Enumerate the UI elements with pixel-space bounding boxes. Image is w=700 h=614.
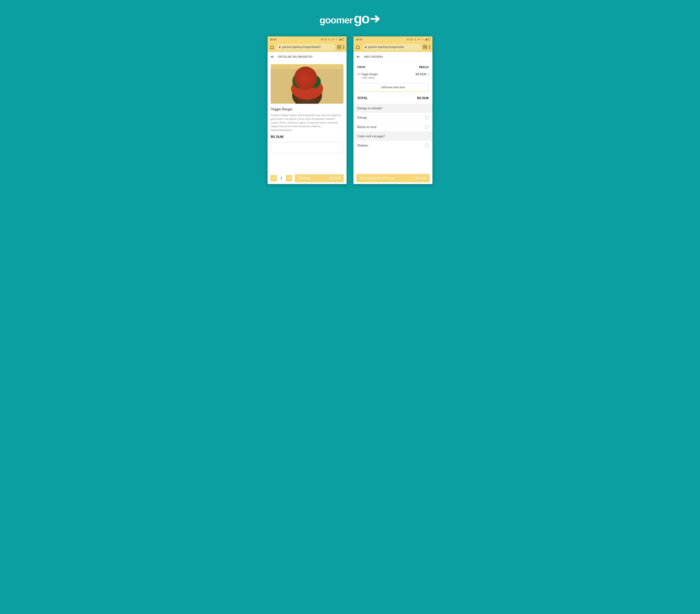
add-to-order-button[interactable]: Adicionar R$ 29,00 xyxy=(295,174,344,182)
svg-rect-17 xyxy=(429,40,430,40)
order-item-line: 1× Veggie Burger xyxy=(357,73,378,76)
phone-product-detail: 08:42 4G goomer.app/bug-burger/detail/2 … xyxy=(267,36,347,184)
notes-input[interactable] xyxy=(271,142,343,153)
browser-chrome: goomer.app/bug-burger/order 41 xyxy=(353,42,433,52)
tab-count[interactable]: 41 xyxy=(423,45,427,49)
address-bar[interactable]: goomer.app/bug-burger/detail/2 xyxy=(276,44,335,50)
status-time: 08:42 xyxy=(356,38,362,41)
signal-icon xyxy=(425,38,427,40)
back-icon[interactable] xyxy=(357,55,360,59)
total-value: R$ 29,00 xyxy=(417,96,429,100)
total-row: TOTAL R$ 29,00 xyxy=(353,95,433,104)
send-price: R$ 29,00 xyxy=(416,176,426,180)
order-bottom-bar: Enviar pedido pelo WhatsApp R$ 29,00 xyxy=(353,172,433,184)
svg-rect-1 xyxy=(322,38,323,40)
status-bar: 08:42 4G xyxy=(353,36,433,42)
app-header: MEU PEDIDO xyxy=(353,52,433,62)
phone-order: 08:42 4G goomer.app/bug-burger/order 41 xyxy=(353,36,433,184)
product-description: Autêntico Burger Vegano. Pão de gergelim… xyxy=(271,113,343,132)
qty-value: 1 xyxy=(279,176,283,180)
product-image xyxy=(271,64,343,104)
add-label: Adicionar xyxy=(298,176,310,180)
total-label: TOTAL xyxy=(357,96,368,100)
order-item: 1× Veggie Burger - Sem cebola R$ 29,00 xyxy=(353,72,433,82)
svg-rect-8 xyxy=(343,40,344,40)
order-item-menu-icon[interactable] xyxy=(428,73,429,76)
wifi-icon xyxy=(417,38,421,40)
signal-icon xyxy=(339,38,341,40)
battery-icon xyxy=(428,38,430,41)
battery-icon xyxy=(342,38,344,41)
browser-menu-icon[interactable] xyxy=(429,45,430,49)
status-icons: 4G xyxy=(321,38,344,41)
network-label: 4G xyxy=(422,38,424,40)
product-price: R$ 29,00 xyxy=(271,135,343,139)
add-price: R$ 29,00 xyxy=(329,176,341,180)
page-title: MEU PEDIDO xyxy=(364,55,383,59)
status-time: 08:42 xyxy=(270,38,276,41)
url-text: goomer.app/bug-burger/order xyxy=(368,46,404,49)
svg-rect-10 xyxy=(407,38,409,40)
option-delivery-label: Entrega xyxy=(357,116,367,119)
send-label: Enviar pedido pelo WhatsApp xyxy=(360,176,395,180)
order-item-modifier: - Sem cebola xyxy=(357,76,378,79)
tab-count[interactable]: 41 xyxy=(337,45,341,49)
back-icon[interactable] xyxy=(271,55,274,59)
product-name: Veggie Burger xyxy=(271,107,343,111)
add-more-items-button[interactable]: Adicionar mais itens xyxy=(357,83,429,91)
logo-word-2: go xyxy=(354,11,369,26)
qty-plus-button[interactable]: + xyxy=(286,175,292,181)
status-bar: 08:42 4G xyxy=(267,36,347,42)
delivery-section-header: Entrega ou retirada? xyxy=(353,104,433,113)
lock-icon xyxy=(278,46,281,48)
option-pickup-label: Retirar no local xyxy=(357,125,376,129)
page-title: DETALHE DO PRODUTO xyxy=(278,55,312,59)
svg-rect-16 xyxy=(429,38,429,38)
radio-icon xyxy=(425,143,429,147)
svg-rect-18 xyxy=(365,47,366,48)
option-cash[interactable]: Dinheiro xyxy=(353,141,433,150)
app-header: DETALHE DO PRODUTO xyxy=(267,52,347,62)
browser-chrome: goomer.app/bug-burger/detail/2 41 xyxy=(267,42,347,52)
order-item-price: R$ 29,00 xyxy=(416,73,426,76)
network-label: 4G xyxy=(336,38,338,40)
home-icon[interactable] xyxy=(356,45,360,49)
home-icon[interactable] xyxy=(270,45,274,49)
order-content: ITENS PREÇO 1× Veggie Burger - Sem cebol… xyxy=(353,62,433,172)
option-cash-label: Dinheiro xyxy=(357,144,368,147)
product-content: Veggie Burger Autêntico Burger Vegano. P… xyxy=(267,62,347,172)
wifi-icon xyxy=(332,38,335,40)
vibrate-icon xyxy=(321,38,323,41)
browser-menu-icon[interactable] xyxy=(343,45,344,49)
qty-minus-button[interactable]: − xyxy=(270,175,277,181)
vibrate-icon xyxy=(407,38,409,41)
send-whatsapp-button[interactable]: Enviar pedido pelo WhatsApp R$ 29,00 xyxy=(356,174,430,182)
col-price: PREÇO xyxy=(419,66,429,69)
option-delivery[interactable]: Entrega xyxy=(353,113,433,122)
product-bottom-bar: − 1 + Adicionar R$ 29,00 xyxy=(267,172,347,184)
option-pickup[interactable]: Retirar no local xyxy=(353,122,433,132)
lock-icon xyxy=(364,46,367,48)
dnd-icon xyxy=(324,38,327,41)
url-text: goomer.app/bug-burger/detail/2 xyxy=(282,46,321,49)
logo-word-1: goomer xyxy=(320,14,353,26)
phone-icon xyxy=(414,38,416,41)
svg-rect-9 xyxy=(279,47,280,48)
radio-icon xyxy=(425,115,429,119)
col-items: ITENS xyxy=(357,66,365,69)
order-columns: ITENS PREÇO xyxy=(353,62,433,72)
goomer-go-logo: goomer go xyxy=(320,12,380,28)
payment-section-header: Como você vai pagar? xyxy=(353,132,433,141)
phone-icon xyxy=(328,38,330,41)
radio-icon xyxy=(425,125,429,129)
dnd-icon xyxy=(410,38,413,41)
arrow-right-icon xyxy=(370,14,380,24)
status-icons: 4G xyxy=(407,38,430,41)
svg-rect-7 xyxy=(343,38,343,38)
address-bar[interactable]: goomer.app/bug-burger/order xyxy=(362,44,421,50)
